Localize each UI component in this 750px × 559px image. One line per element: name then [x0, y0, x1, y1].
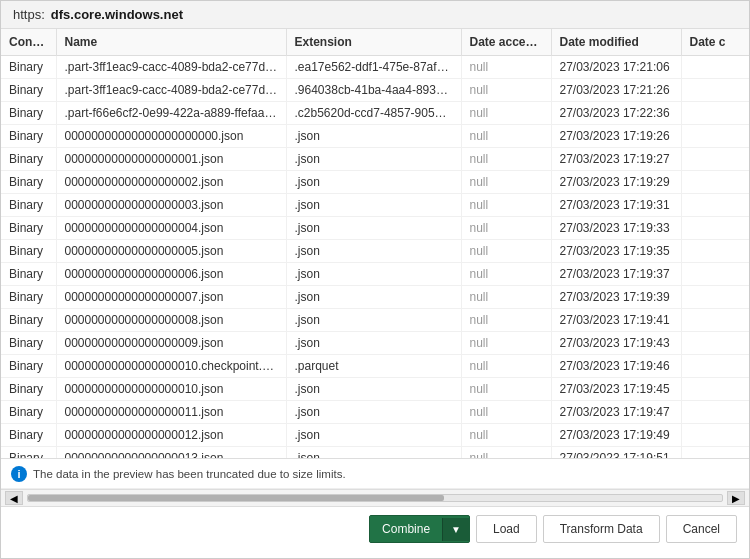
cell-content: Binary: [1, 125, 56, 148]
cell-date-c: [681, 171, 749, 194]
table-container[interactable]: Content Name Extension Date accessed Dat…: [1, 29, 749, 459]
table-row[interactable]: Binary 00000000000000000000000.json .jso…: [1, 125, 749, 148]
table-row[interactable]: Binary 00000000000000000011.json .json n…: [1, 401, 749, 424]
cell-date-c: [681, 194, 749, 217]
col-header-content[interactable]: Content: [1, 29, 56, 56]
cell-extension: .json: [286, 217, 461, 240]
table-row[interactable]: Binary 00000000000000000013.json .json n…: [1, 447, 749, 460]
table-row[interactable]: Binary .part-3ff1eac9-cacc-4089-bda2-ce7…: [1, 79, 749, 102]
cell-name: 00000000000000000004.json: [56, 217, 286, 240]
cell-extension: .ea17e562-ddf1-475e-87af-d60c0ebc64e4: [286, 56, 461, 79]
cell-date-modified: 27/03/2023 17:19:49: [551, 424, 681, 447]
cell-content: Binary: [1, 447, 56, 460]
cell-extension: .json: [286, 286, 461, 309]
table-row[interactable]: Binary 00000000000000000002.json .json n…: [1, 171, 749, 194]
cell-content: Binary: [1, 56, 56, 79]
scroll-track[interactable]: [27, 494, 723, 502]
cell-date-accessed: null: [461, 355, 551, 378]
cell-extension: .json: [286, 194, 461, 217]
cell-date-modified: 27/03/2023 17:19:35: [551, 240, 681, 263]
combine-button-group[interactable]: Combine ▼: [369, 515, 470, 543]
table-row[interactable]: Binary 00000000000000000001.json .json n…: [1, 148, 749, 171]
cell-date-modified: 27/03/2023 17:19:37: [551, 263, 681, 286]
cell-date-c: [681, 56, 749, 79]
cell-date-accessed: null: [461, 217, 551, 240]
cell-content: Binary: [1, 263, 56, 286]
cell-content: Binary: [1, 378, 56, 401]
cell-date-modified: 27/03/2023 17:19:46: [551, 355, 681, 378]
cell-name: .part-f66e6cf2-0e99-422a-a889-ffefaacaf5…: [56, 102, 286, 125]
cell-date-modified: 27/03/2023 17:19:27: [551, 148, 681, 171]
cell-date-c: [681, 148, 749, 171]
table-row[interactable]: Binary 00000000000000000006.json .json n…: [1, 263, 749, 286]
table-header: Content Name Extension Date accessed Dat…: [1, 29, 749, 56]
table-row[interactable]: Binary 00000000000000000012.json .json n…: [1, 424, 749, 447]
scrollbar-row[interactable]: ◀ ▶: [1, 489, 749, 507]
cell-date-modified: 27/03/2023 17:19:33: [551, 217, 681, 240]
cell-date-modified: 27/03/2023 17:19:26: [551, 125, 681, 148]
cell-name: 00000000000000000013.json: [56, 447, 286, 460]
table-row[interactable]: Binary 00000000000000000010.json .json n…: [1, 378, 749, 401]
cell-date-modified: 27/03/2023 17:21:26: [551, 79, 681, 102]
cell-date-accessed: null: [461, 194, 551, 217]
cell-date-modified: 27/03/2023 17:19:47: [551, 401, 681, 424]
table-row[interactable]: Binary 00000000000000000010.checkpoint.p…: [1, 355, 749, 378]
footer-buttons: Combine ▼ Load Transform Data Cancel: [1, 507, 749, 551]
col-header-name[interactable]: Name: [56, 29, 286, 56]
cell-name: 00000000000000000011.json: [56, 401, 286, 424]
cell-date-c: [681, 332, 749, 355]
load-button[interactable]: Load: [476, 515, 537, 543]
cell-date-modified: 27/03/2023 17:19:45: [551, 378, 681, 401]
cell-date-c: [681, 240, 749, 263]
transform-data-button[interactable]: Transform Data: [543, 515, 660, 543]
table-row[interactable]: Binary .part-3ff1eac9-cacc-4089-bda2-ce7…: [1, 56, 749, 79]
cell-date-accessed: null: [461, 309, 551, 332]
cancel-button[interactable]: Cancel: [666, 515, 737, 543]
cell-date-modified: 27/03/2023 17:21:06: [551, 56, 681, 79]
url-label: dfs.core.windows.net: [51, 7, 183, 22]
table-row[interactable]: Binary 00000000000000000008.json .json n…: [1, 309, 749, 332]
cell-content: Binary: [1, 79, 56, 102]
cell-date-modified: 27/03/2023 17:19:31: [551, 194, 681, 217]
cell-extension: .json: [286, 424, 461, 447]
table-row[interactable]: Binary 00000000000000000005.json .json n…: [1, 240, 749, 263]
cell-date-c: [681, 424, 749, 447]
col-header-date-modified[interactable]: Date modified: [551, 29, 681, 56]
cell-name: 00000000000000000012.json: [56, 424, 286, 447]
col-header-extension[interactable]: Extension: [286, 29, 461, 56]
col-header-date-accessed[interactable]: Date accessed: [461, 29, 551, 56]
cell-name: 00000000000000000009.json: [56, 332, 286, 355]
cell-content: Binary: [1, 217, 56, 240]
scroll-thumb: [28, 495, 444, 501]
cell-date-accessed: null: [461, 401, 551, 424]
cell-date-c: [681, 355, 749, 378]
cell-content: Binary: [1, 286, 56, 309]
cell-extension: .json: [286, 447, 461, 460]
cell-date-c: [681, 125, 749, 148]
info-message: The data in the preview has been truncat…: [33, 468, 346, 480]
cell-date-c: [681, 217, 749, 240]
table-row[interactable]: Binary 00000000000000000007.json .json n…: [1, 286, 749, 309]
cell-name: 00000000000000000005.json: [56, 240, 286, 263]
cell-date-accessed: null: [461, 125, 551, 148]
cell-name: 00000000000000000007.json: [56, 286, 286, 309]
scroll-right-button[interactable]: ▶: [727, 491, 745, 505]
cell-date-accessed: null: [461, 56, 551, 79]
cell-extension: .json: [286, 401, 461, 424]
cell-name: .part-3ff1eac9-cacc-4089-bda2-ce77da9b36…: [56, 56, 286, 79]
scroll-left-button[interactable]: ◀: [5, 491, 23, 505]
cell-extension: .json: [286, 378, 461, 401]
cell-extension: .964038cb-41ba-4aa4-8938-cfa219305555b: [286, 79, 461, 102]
cell-content: Binary: [1, 171, 56, 194]
col-header-date-c[interactable]: Date c: [681, 29, 749, 56]
table-row[interactable]: Binary 00000000000000000004.json .json n…: [1, 217, 749, 240]
combine-dropdown-button[interactable]: ▼: [442, 518, 469, 541]
combine-main-button[interactable]: Combine: [370, 516, 442, 542]
cell-name: 00000000000000000001.json: [56, 148, 286, 171]
table-row[interactable]: Binary 00000000000000000003.json .json n…: [1, 194, 749, 217]
cell-date-c: [681, 102, 749, 125]
table-row[interactable]: Binary 00000000000000000009.json .json n…: [1, 332, 749, 355]
cell-date-accessed: null: [461, 332, 551, 355]
table-row[interactable]: Binary .part-f66e6cf2-0e99-422a-a889-ffe…: [1, 102, 749, 125]
cell-date-accessed: null: [461, 240, 551, 263]
